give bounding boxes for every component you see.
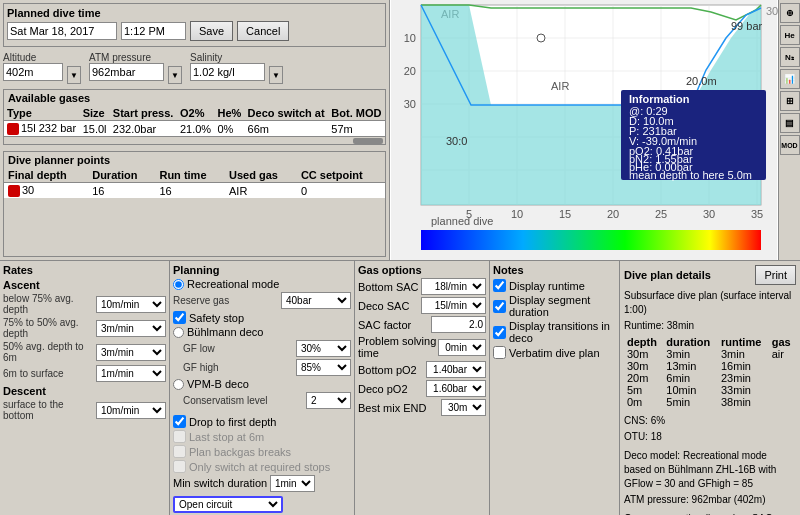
recreational-radio[interactable] <box>173 279 184 290</box>
col-used-gas: Used gas <box>225 168 297 183</box>
verbatim-checkbox[interactable] <box>493 346 506 359</box>
time-input[interactable] <box>121 22 186 40</box>
plan-backgas-checkbox[interactable] <box>173 445 186 458</box>
list-icon[interactable]: ▤ <box>780 113 800 133</box>
problem-solving-select[interactable]: 0min <box>438 339 486 356</box>
plan-backgas-label: Plan backgas breaks <box>189 446 291 458</box>
dp-rt-2: 23min <box>718 372 769 384</box>
display-transitions-checkbox[interactable] <box>493 326 506 339</box>
deco-po2-select[interactable]: 1.60bar <box>426 380 486 397</box>
deco-model-text: Deco model: Recreational mode based on B… <box>624 449 796 491</box>
svg-text:30: 30 <box>404 98 416 110</box>
atm-pressure-label: ATM pressure <box>89 52 164 63</box>
rate-select-1[interactable]: 10m/min <box>96 296 166 313</box>
planner-row: 30 16 16 AIR 0 <box>4 183 385 199</box>
gas-he: 0% <box>214 121 244 137</box>
bottom-sac-select[interactable]: 18l/min <box>421 278 486 295</box>
dp-dur-1: 13min <box>663 360 718 372</box>
plus-icon[interactable]: ⊕ <box>780 3 800 23</box>
rate-select-2[interactable]: 3m/min <box>96 320 166 337</box>
best-mix-label: Best mix END <box>358 402 426 414</box>
svg-rect-26 <box>421 230 761 250</box>
dp-dur-3: 10min <box>663 384 718 396</box>
buhlmann-radio[interactable] <box>173 327 184 338</box>
rate-label-4: 6m to surface <box>3 368 96 379</box>
planner-cc-setpoint: 0 <box>297 183 385 199</box>
min-switch-select[interactable]: 1min <box>270 475 315 492</box>
drop-to-first-checkbox[interactable] <box>173 415 186 428</box>
best-mix-select[interactable]: 30m <box>441 399 486 416</box>
planning-title: Planning <box>173 264 351 276</box>
gf-low-select[interactable]: 30% <box>296 340 351 357</box>
rate-label-1: below 75% avg. depth <box>3 293 96 315</box>
display-runtime-checkbox[interactable] <box>493 279 506 292</box>
buhlmann-label: Bühlmann deco <box>187 326 263 338</box>
planner-tank-icon <box>8 185 20 197</box>
altitude-input[interactable] <box>3 63 63 81</box>
rate-label-3: 50% avg. depth to 6m <box>3 341 96 363</box>
vpm-radio[interactable] <box>173 379 184 390</box>
rate-select-3[interactable]: 3m/min <box>96 344 166 361</box>
col-bot-mod: Bot. MOD <box>328 106 385 121</box>
col-he: He% <box>214 106 244 121</box>
vpm-label: VPM-B deco <box>187 378 249 390</box>
cancel-button[interactable]: Cancel <box>237 21 289 41</box>
col-o2: O2% <box>177 106 215 121</box>
svg-text:planned dive: planned dive <box>431 215 493 227</box>
salinity-input[interactable] <box>190 63 265 81</box>
svg-text:30: 30 <box>703 208 715 220</box>
sac-factor-label: SAC factor <box>358 319 411 331</box>
rate-select-5[interactable]: 10m/min <box>96 402 166 419</box>
col-type: Type <box>4 106 80 121</box>
only-switch-label: Only switch at required stops <box>189 461 330 473</box>
date-input[interactable] <box>7 22 117 40</box>
cns-label: CNS: 6% <box>624 414 796 428</box>
svg-point-32 <box>537 34 545 42</box>
gf-high-select[interactable]: 85% <box>296 359 351 376</box>
gas-deco-switch: 66m <box>245 121 329 137</box>
reserve-gas-select[interactable]: 40bar <box>281 292 351 309</box>
dp-depth-2: 20m <box>624 372 663 384</box>
problem-solving-label: Problem solving time <box>358 335 438 359</box>
dp-col-runtime: runtime <box>718 336 769 348</box>
chart-icon[interactable]: 📊 <box>780 69 800 89</box>
n2-icon[interactable]: N₂ <box>780 47 800 67</box>
print-button[interactable]: Print <box>755 265 796 285</box>
dp-gas-4 <box>769 396 796 408</box>
svg-text:35: 35 <box>751 208 763 220</box>
dp-depth-3: 5m <box>624 384 663 396</box>
salinity-label: Salinity <box>190 52 265 63</box>
svg-text:20: 20 <box>404 65 416 77</box>
svg-text:99 bar: 99 bar <box>731 20 763 32</box>
deco-sac-select[interactable]: 15l/min <box>421 297 486 314</box>
mod-icon[interactable]: MOD <box>780 135 800 155</box>
dp-gas-2 <box>769 372 796 384</box>
bottom-po2-label: Bottom pO2 <box>358 364 417 376</box>
bottom-po2-select[interactable]: 1.40bar <box>426 361 486 378</box>
gas-bot-mod: 57m <box>328 121 385 137</box>
save-button[interactable]: Save <box>190 21 233 41</box>
otu-label: OTU: 18 <box>624 430 796 444</box>
dp-row: 0m 5min 38min <box>624 396 796 408</box>
grid-icon[interactable]: ⊞ <box>780 91 800 111</box>
altitude-label: Altitude <box>3 52 63 63</box>
dp-depth-1: 30m <box>624 360 663 372</box>
svg-text:mean depth to here 5.0m: mean depth to here 5.0m <box>629 169 752 181</box>
planner-depth: 30 <box>22 184 34 196</box>
deco-po2-label: Deco pO2 <box>358 383 408 395</box>
sac-factor-input[interactable] <box>431 316 486 333</box>
display-transitions-label: Display transitions in deco <box>509 320 616 344</box>
safety-stop-checkbox[interactable] <box>173 311 186 324</box>
he-icon[interactable]: He <box>780 25 800 45</box>
display-segment-checkbox[interactable] <box>493 300 506 313</box>
dp-col-gas: gas <box>769 336 796 348</box>
atm-pressure-input[interactable] <box>89 63 164 81</box>
last-stop-checkbox[interactable] <box>173 430 186 443</box>
tank-icon <box>7 123 19 135</box>
gf-high-label: GF high <box>183 362 296 373</box>
only-switch-checkbox[interactable] <box>173 460 186 473</box>
min-switch-label: Min switch duration 1min <box>173 475 351 492</box>
conservatism-select[interactable]: 2 <box>306 392 351 409</box>
rate-select-4[interactable]: 1m/min <box>96 365 166 382</box>
circuit-select[interactable]: Open circuit <box>173 496 283 513</box>
